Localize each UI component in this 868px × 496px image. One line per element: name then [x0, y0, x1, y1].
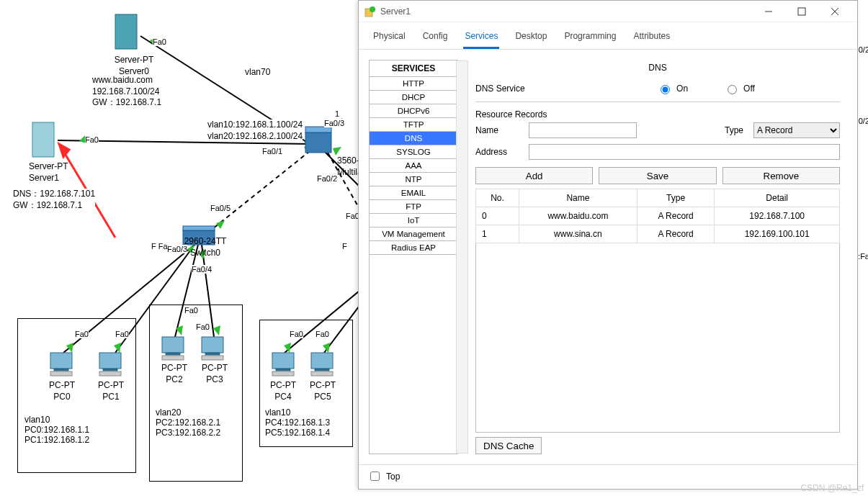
- table-empty-area: [475, 243, 840, 433]
- dns-service-label: DNS Service: [475, 84, 562, 94]
- sidebar-item-dhcpv6[interactable]: DHCPv6: [370, 104, 457, 118]
- if-f: F: [342, 242, 347, 251]
- address-label: Address: [475, 147, 519, 157]
- sidebar-item-http[interactable]: HTTP: [370, 77, 457, 91]
- server1-window: Server1 Physical Config Services Desktop…: [358, 0, 858, 490]
- sidebar-item-dns[interactable]: DNS: [370, 132, 457, 145]
- dns-on-radio[interactable]: On: [657, 83, 688, 94]
- if-fa04: Fa0/4: [192, 265, 212, 274]
- table-row[interactable]: 1www.sina.cnA Record192.169.100.101: [476, 225, 840, 243]
- minimize-button[interactable]: [752, 1, 785, 22]
- sidebar-item-syslog[interactable]: SYSLOG: [370, 145, 457, 159]
- if-fa03: Fa0/3: [324, 119, 344, 127]
- type-label: Type: [725, 125, 743, 135]
- table-row[interactable]: 0www.baidu.comA Record192.168.7.100: [476, 207, 840, 225]
- if-pc1: Fa0: [115, 330, 129, 338]
- save-button[interactable]: Save: [599, 167, 716, 184]
- pc4-label: PC-PTPC4: [269, 380, 297, 402]
- name-input[interactable]: [529, 122, 637, 138]
- records-table[interactable]: No. Name Type Detail 0www.baidu.comA Rec…: [475, 189, 840, 243]
- if-one: 1: [335, 109, 339, 118]
- svg-point-55: [370, 6, 375, 12]
- if-fa0-s0: Fa0: [153, 37, 166, 46]
- sidebar-item-aaa[interactable]: AAA: [370, 159, 457, 173]
- pc1-label: PC-PTPC1: [97, 380, 125, 402]
- close-button[interactable]: [818, 1, 851, 22]
- server0-label: Server-PTServer0: [112, 55, 156, 77]
- pc0-label: PC-PTPC0: [48, 380, 76, 402]
- sidebar-item-tftp[interactable]: TFTP: [370, 118, 457, 132]
- divider: [475, 102, 840, 102]
- grp2-text: vlan10PC4:192.168.1.3PC5:192.168.1.4: [265, 407, 330, 438]
- col-detail: Detail: [715, 189, 840, 207]
- if-fa03b: Fa0/3: [167, 245, 187, 253]
- titlebar[interactable]: Server1: [359, 1, 857, 22]
- tab-attributes[interactable]: Attributes: [632, 28, 671, 49]
- if-ffa: F Fa: [151, 242, 168, 251]
- window-footer: Top: [359, 464, 857, 489]
- tab-bar: Physical Config Services Desktop Program…: [359, 22, 857, 50]
- vlan70-label: vlan70: [245, 67, 270, 78]
- sidebar-item-email[interactable]: EMAIL: [370, 186, 457, 200]
- remove-button[interactable]: Remove: [722, 167, 840, 184]
- sidebar-item-dhcp[interactable]: DHCP: [370, 91, 457, 104]
- sidebar-item-ftp[interactable]: FTP: [370, 200, 457, 214]
- if-pc3: Fa0: [196, 323, 210, 331]
- maximize-button[interactable]: [785, 1, 818, 22]
- pc2-label: PC-PTPC2: [160, 363, 189, 385]
- svg-rect-57: [798, 8, 805, 15]
- if-pc2: Fa0: [184, 306, 198, 315]
- tab-services[interactable]: Services: [463, 28, 499, 49]
- pc3-label: PC-PTPC3: [200, 363, 229, 385]
- if-pc4: Fa0: [290, 330, 303, 338]
- window-icon: [364, 6, 376, 17]
- server1-label: Server-PTServer1: [29, 161, 72, 184]
- type-select[interactable]: A Record: [753, 122, 840, 138]
- services-sidebar: SERVICES HTTP DHCP DHCPv6 TFTP DNS SYSLO…: [369, 60, 458, 454]
- mls-vlan: vlan10:192.168.1.100/24vlan20:192.168.2.…: [207, 120, 303, 142]
- grp1-text: vlan20PC2:192.168.2.1PC3:192.168.2.2: [156, 407, 220, 438]
- sidebar-header: SERVICES: [370, 60, 457, 77]
- top-checkbox[interactable]: [370, 472, 380, 481]
- if-fa01: Fa0/1: [262, 147, 282, 155]
- name-label: Name: [475, 125, 519, 135]
- switch-label: 2960-24TTSwitch0: [184, 236, 227, 258]
- window-title: Server1: [380, 6, 411, 17]
- sidebar-item-iot[interactable]: IoT: [370, 214, 457, 227]
- if-pc0: Fa0: [75, 330, 89, 338]
- dns-off-radio[interactable]: Off: [724, 83, 755, 94]
- server1-info: DNS：192.168.7.101GW：192.168.7.1: [13, 189, 95, 211]
- top-label: Top: [386, 472, 400, 482]
- sidebar-item-ntp[interactable]: NTP: [370, 173, 457, 186]
- watermark: CSDN @Re1_zf: [800, 483, 864, 493]
- address-input[interactable]: [529, 144, 840, 160]
- if-fa02: Fa0/2: [317, 174, 337, 183]
- server0-info: www.baidu.com192.168.7.100/24GW：192.168.…: [92, 75, 161, 109]
- rr-label: Resource Records: [475, 109, 840, 120]
- col-type: Type: [637, 189, 715, 207]
- sidebar-item-radius[interactable]: Radius EAP: [370, 241, 457, 255]
- pc5-label: PC-PTPC5: [308, 380, 337, 402]
- dns-panel: DNS DNS Service On Off Resource Records …: [468, 60, 847, 454]
- if-fa0-s1: Fa0: [85, 135, 99, 144]
- col-name: Name: [519, 189, 637, 207]
- tab-config[interactable]: Config: [421, 28, 449, 49]
- col-no: No.: [476, 189, 519, 207]
- tab-programming[interactable]: Programming: [563, 28, 617, 49]
- if-fa05: Fa0/5: [210, 204, 231, 212]
- tab-desktop[interactable]: Desktop: [514, 28, 548, 49]
- grp0-text: vlan10PC0:192.168.1.1PC1:192.168.1.2: [24, 415, 89, 445]
- sidebar-item-vm[interactable]: VM Management: [370, 227, 457, 241]
- if-pc5: Fa0: [316, 330, 329, 338]
- dns-cache-button[interactable]: DNS Cache: [475, 437, 542, 454]
- add-button[interactable]: Add: [475, 167, 593, 184]
- dns-title: DNS: [475, 60, 840, 80]
- tab-physical[interactable]: Physical: [372, 28, 407, 49]
